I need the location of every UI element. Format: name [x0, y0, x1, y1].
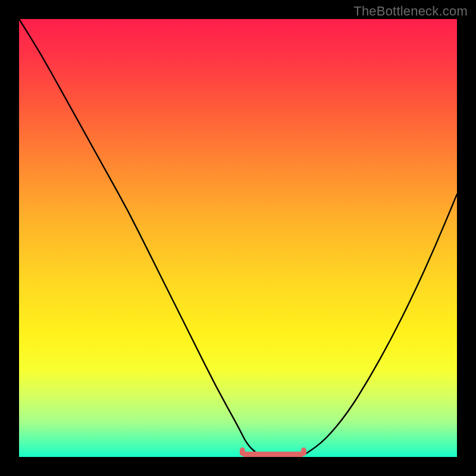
bottom-accent-marker: [242, 450, 303, 455]
watermark-text: TheBottleneck.com: [353, 4, 468, 19]
bottleneck-curve-svg: [19, 19, 457, 457]
plot-area: [19, 19, 457, 457]
bottleneck-curve-path: [19, 19, 457, 457]
chart-frame: TheBottleneck.com: [0, 0, 476, 476]
